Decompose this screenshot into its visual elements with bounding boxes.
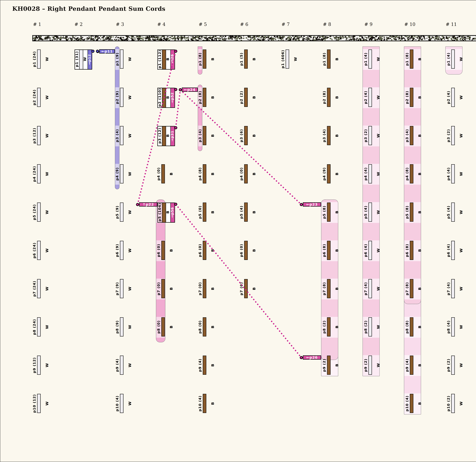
pendant-label: p8 (0) bbox=[198, 320, 202, 334]
pendant-label: p7 (0) bbox=[157, 282, 161, 295]
pendant-bar-c8-p6 bbox=[327, 241, 331, 260]
pendant-bar-c11-p10 bbox=[451, 394, 455, 413]
pendant-bar-c5-p7 bbox=[203, 279, 206, 298]
highlight-capsule-band bbox=[363, 70, 379, 87]
sum-box-tag-text: →p52 bbox=[170, 92, 174, 103]
cord-color-letter: B bbox=[211, 134, 215, 137]
pendant-label: p2 (9) bbox=[115, 91, 119, 104]
pendant-label: p10 (2) bbox=[446, 395, 450, 411]
highlight-capsule-band bbox=[404, 70, 421, 87]
cord-color-letter: W bbox=[459, 95, 463, 99]
pendant-label: p5 (104) bbox=[158, 203, 162, 221]
cord-color-letter: W bbox=[459, 210, 463, 214]
pendant-label: p8 (24) bbox=[32, 319, 36, 335]
sum-box-tag-text: →p26 bbox=[170, 54, 174, 65]
pendant-bar-c1-p3 bbox=[37, 126, 41, 145]
pendant-label: p1 (112) bbox=[158, 50, 162, 68]
pendant-bar-c4-p6 bbox=[161, 241, 165, 260]
pendant-bar-c5-p5 bbox=[203, 202, 206, 222]
pendant-label: p1 (5) bbox=[239, 52, 243, 66]
pendant-label: p7 (8) bbox=[322, 282, 326, 295]
cord-color-letter: B bbox=[252, 134, 256, 137]
cord-color-letter: B bbox=[335, 326, 339, 328]
cord-color-letter: B bbox=[166, 211, 170, 214]
connector-dot bbox=[300, 356, 303, 359]
pendant-label: p6 (4) bbox=[364, 244, 368, 257]
highlight-capsule-band bbox=[198, 47, 202, 49]
cord-color-letter: W bbox=[128, 325, 132, 329]
pendant-bar-c6-p5 bbox=[244, 202, 248, 222]
pendant-label: p2 (110) bbox=[158, 88, 162, 107]
pendant-label: p5 (8) bbox=[322, 205, 326, 219]
pendant-label: p9 (2) bbox=[446, 359, 450, 372]
pendant-bar-c9-p2 bbox=[368, 88, 372, 107]
pendant-bar-c6-p4 bbox=[244, 164, 248, 183]
pendant-bar-c10-p3 bbox=[410, 126, 413, 145]
cord-color-letter: B bbox=[252, 58, 256, 60]
cord-color-letter: W bbox=[376, 210, 380, 214]
pendant-bar-c10-p9 bbox=[410, 356, 413, 375]
highlight-capsule-band bbox=[363, 261, 379, 279]
cord-color-letter: W bbox=[459, 325, 463, 329]
highlight-capsule-band bbox=[363, 185, 379, 202]
pendant-label: p7 (8) bbox=[405, 282, 409, 295]
pendant-bar-c9-p1 bbox=[368, 50, 372, 69]
pendant-bar-c1-p4 bbox=[37, 164, 41, 183]
highlight-capsule-band bbox=[115, 146, 119, 164]
pendant-bar-c5-p10 bbox=[203, 394, 206, 413]
pendant-bar-c10-p7 bbox=[410, 279, 413, 298]
pendant-bar-c8-p7 bbox=[327, 279, 331, 298]
pendant-label: p1 (8) bbox=[198, 52, 202, 66]
pendant-label: p5 (4) bbox=[364, 205, 368, 219]
cord-color-letter: B bbox=[211, 172, 215, 175]
pendant-bar-c6-p7 bbox=[244, 279, 248, 298]
cord-color-letter: B bbox=[252, 172, 256, 175]
highlight-capsule-band bbox=[156, 261, 165, 279]
sum-box-tag-text: →p12 bbox=[87, 54, 91, 65]
pendant-label: p4 (4) bbox=[364, 167, 368, 180]
cord-color-letter: W bbox=[45, 248, 49, 252]
pendant-label: p9 (2) bbox=[322, 359, 326, 372]
pendant-label: p8 (4) bbox=[446, 320, 450, 334]
callout-p23: ←p23 bbox=[303, 202, 321, 207]
pendant-label: p1 (31) bbox=[75, 51, 79, 67]
pendant-label: p8 (0) bbox=[157, 320, 161, 334]
cord-color-letter: B bbox=[211, 96, 215, 99]
pendant-label: p4 (0) bbox=[157, 167, 161, 180]
pendant-label: p4 (9) bbox=[115, 167, 119, 180]
pendant-label: p6 (0) bbox=[198, 244, 202, 257]
cord-color-letter: W bbox=[376, 95, 380, 99]
cord-color-letter: B bbox=[335, 172, 339, 175]
pendant-label: p2 (2) bbox=[239, 91, 243, 104]
sum-box-tag-text: →p31 bbox=[170, 130, 174, 141]
callout-label-p11: ←p11 bbox=[101, 49, 113, 53]
cord-color-letter: B bbox=[418, 364, 422, 367]
cord-color-letter: B bbox=[418, 402, 422, 405]
pendant-bar-c8-p8 bbox=[327, 317, 331, 336]
callout-label-p24: ←p24 bbox=[184, 88, 196, 92]
pendant-label: p1 (8) bbox=[322, 52, 326, 66]
cord-color-letter: B bbox=[418, 58, 422, 60]
cord-color-letter: W bbox=[45, 325, 49, 329]
pendant-bar-c4-p8 bbox=[161, 317, 165, 336]
cord-color-letter: W bbox=[45, 134, 49, 138]
highlight-capsule-band bbox=[198, 146, 202, 151]
pendant-bar-c10-p10 bbox=[410, 394, 413, 413]
highlight-capsule-band bbox=[404, 299, 421, 304]
column-header-9: # 9 bbox=[364, 22, 373, 27]
highlight-capsule-band bbox=[321, 200, 338, 202]
pendant-bar-c1-p5 bbox=[37, 202, 41, 222]
highlight-capsule-band bbox=[156, 299, 165, 317]
sum-box-tag-text: →p56 bbox=[170, 207, 174, 218]
highlight-capsule-band bbox=[156, 200, 165, 202]
cord-color-letter: B bbox=[169, 326, 173, 328]
highlight-capsule-band bbox=[404, 261, 421, 279]
pendant-bar-c6-p6 bbox=[244, 241, 248, 260]
pendant-bar-c6-p1 bbox=[244, 50, 248, 69]
pendant-label: p7 (4) bbox=[446, 282, 450, 295]
pendant-label: p3 (2) bbox=[446, 129, 450, 142]
cord-color-letter: W bbox=[83, 57, 87, 61]
pendant-label: p2 (4) bbox=[364, 91, 368, 104]
cord-color-letter: B bbox=[252, 249, 256, 252]
cord-color-letter: B bbox=[166, 58, 170, 60]
